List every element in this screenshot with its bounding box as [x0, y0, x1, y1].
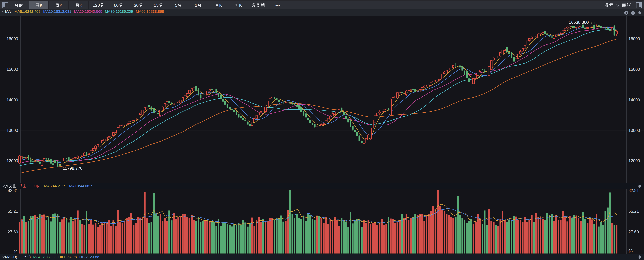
svg-text:亿: 亿 [14, 248, 18, 253]
svg-text:55.21: 55.21 [628, 209, 639, 213]
svg-text:12000: 12000 [628, 159, 640, 163]
svg-text:12000: 12000 [6, 159, 18, 163]
svg-text:27.60: 27.60 [8, 229, 18, 234]
svg-text:13000: 13000 [628, 128, 640, 133]
svg-text:16000: 16000 [628, 36, 640, 41]
svg-text:55.21: 55.21 [8, 209, 18, 213]
svg-text:15000: 15000 [628, 67, 640, 72]
svg-text:16538.860→: 16538.860→ [569, 20, 593, 25]
svg-text:15000: 15000 [6, 67, 18, 72]
svg-text:16000: 16000 [6, 36, 18, 41]
svg-text:13000: 13000 [6, 128, 18, 133]
svg-text:←11798.770: ←11798.770 [59, 166, 82, 171]
svg-text:14000: 14000 [6, 97, 18, 102]
svg-text:27.60: 27.60 [628, 229, 639, 234]
svg-text:14000: 14000 [628, 97, 640, 102]
svg-text:亿: 亿 [628, 248, 632, 253]
